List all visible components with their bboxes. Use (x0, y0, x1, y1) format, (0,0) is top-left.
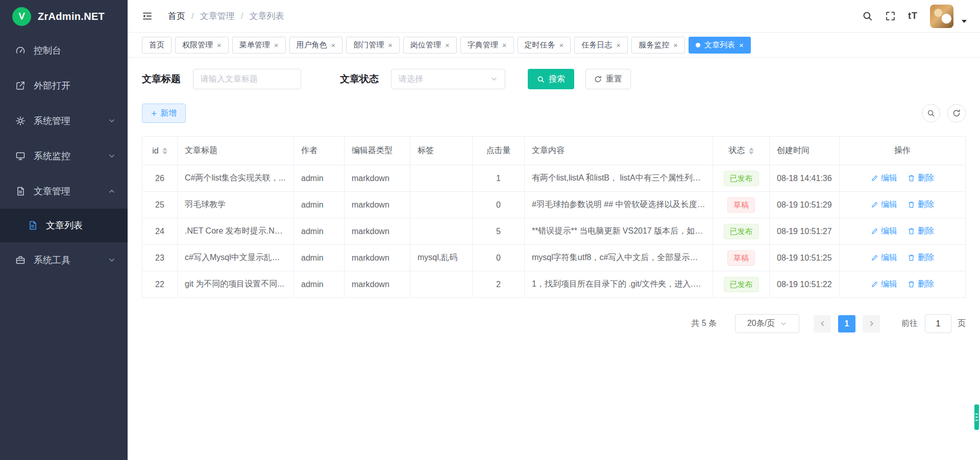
cell-author: admin (294, 165, 345, 192)
edit-button[interactable]: 编辑 (871, 279, 897, 290)
tab-post[interactable]: 岗位管理× (403, 37, 457, 54)
sidebar-item-dashboard[interactable]: 控制台 (0, 33, 128, 68)
cell-tags: mysql,乱码 (410, 245, 473, 271)
edit-button[interactable]: 编辑 (871, 199, 897, 210)
column-header[interactable]: 状态 (713, 137, 770, 165)
current-page-button[interactable]: 1 (838, 315, 855, 333)
cell-id: 24 (142, 218, 178, 245)
table-row: 25羽毛球教学adminmarkdown0#羽毛球拍参数说明 ## 中管软硬选择… (142, 192, 966, 218)
sidebar-collapse-icon[interactable] (142, 11, 153, 21)
monitor-icon (15, 151, 26, 161)
sidebar-item-system-monitor[interactable]: 系统监控 (0, 138, 128, 173)
column-header: 点击量 (473, 137, 525, 165)
sidebar-item-system-tools[interactable]: 系统工具 (0, 242, 128, 277)
edit-button[interactable]: 编辑 (871, 173, 897, 184)
sort-icon[interactable] (749, 147, 754, 155)
chevron-down-icon (491, 75, 498, 83)
font-size-icon[interactable]: tT (908, 11, 918, 21)
close-icon[interactable]: × (445, 41, 450, 49)
sidebar-item-system-management[interactable]: 系统管理 (0, 103, 128, 138)
delete-button[interactable]: 删除 (908, 173, 934, 184)
filter-bar: 文章标题 文章状态 请选择 搜索 (142, 69, 966, 89)
chevron-up-icon (108, 188, 115, 195)
cell-clicks: 0 (473, 192, 525, 218)
close-icon[interactable]: × (673, 41, 678, 49)
column-header: 标签 (410, 137, 473, 165)
close-icon[interactable]: × (388, 41, 393, 49)
tab-menu[interactable]: 菜单管理× (232, 37, 286, 54)
tab-dict[interactable]: 字典管理× (460, 37, 514, 54)
tab-task-log[interactable]: 任务日志× (574, 37, 628, 54)
tab-user-role[interactable]: 用户角色× (289, 37, 343, 54)
user-menu-caret-icon[interactable] (962, 20, 967, 23)
column-header: 操作 (840, 137, 966, 165)
refresh-table-button[interactable] (947, 104, 966, 122)
next-page-button[interactable] (863, 315, 880, 333)
chevron-down-icon (108, 152, 115, 160)
close-icon[interactable]: × (217, 41, 222, 49)
close-icon[interactable]: × (739, 41, 744, 49)
column-header[interactable]: id (142, 137, 178, 165)
cell-content: **错误提示** 当电脑更新 VS2017 版本后，如果... (525, 218, 713, 245)
sidebar-item-article-management[interactable]: 文章管理 (0, 173, 128, 209)
delete-button[interactable]: 删除 (908, 279, 934, 290)
reset-button[interactable]: 重置 (585, 69, 631, 89)
breadcrumb-item[interactable]: 首页 (168, 10, 185, 22)
sidebar-item-external-open[interactable]: 外部打开 (0, 68, 128, 103)
cell-tags (410, 192, 473, 218)
search-button[interactable]: 搜索 (528, 69, 574, 89)
page-size-select[interactable]: 20条/页 (735, 314, 799, 333)
tab-server-monitor[interactable]: 服务监控× (631, 37, 685, 54)
tab-home[interactable]: 首页 (142, 37, 172, 54)
delete-button[interactable]: 删除 (908, 199, 934, 210)
header-search-icon[interactable] (862, 11, 873, 21)
sort-icon[interactable] (162, 147, 167, 155)
sidebar-item-article-list[interactable]: 文章列表 (0, 209, 128, 242)
chevron-down-icon (780, 320, 787, 327)
delete-button[interactable]: 删除 (908, 226, 934, 237)
close-icon[interactable]: × (502, 41, 507, 49)
table-row: 26C#两个list集合实现关联，...adminmarkdown1有两个lis… (142, 165, 966, 192)
article-title-label: 文章标题 (142, 72, 181, 86)
delete-button[interactable]: 删除 (908, 252, 934, 263)
cell-created-time: 08-18 14:41:36 (770, 165, 840, 192)
fullscreen-icon[interactable] (885, 11, 896, 21)
cell-actions: 编辑删除 (840, 192, 966, 218)
status-badge: 已发布 (724, 171, 759, 186)
app-logo[interactable]: V ZrAdmin.NET (0, 0, 128, 33)
cell-id: 23 (142, 245, 178, 271)
scrollbar-thumb[interactable] (974, 404, 979, 430)
add-button[interactable]: + 新增 (142, 104, 186, 123)
tab-permission[interactable]: 权限管理× (175, 37, 229, 54)
pencil-icon (871, 174, 878, 182)
cell-title: C#两个list集合实现关联，... (178, 165, 294, 192)
column-header: 文章标题 (178, 137, 294, 165)
cell-content: 1，找到项目所在目录下的 .git/文件夹，进入.git/... (525, 271, 713, 298)
status-badge: 草稿 (727, 197, 755, 213)
article-status-select[interactable]: 请选择 (391, 69, 505, 89)
close-icon[interactable]: × (616, 41, 621, 49)
close-icon[interactable]: × (331, 41, 336, 49)
user-avatar[interactable] (930, 5, 953, 28)
cell-content: #羽毛球拍参数说明 ## 中管软硬选择以及长度介... (525, 192, 713, 218)
status-badge: 已发布 (724, 224, 759, 239)
close-icon[interactable]: × (559, 41, 564, 49)
cell-title: git 为不同的项目设置不同... (178, 271, 294, 298)
breadcrumb-item[interactable]: 文章管理 (200, 10, 235, 22)
tab-dept[interactable]: 部门管理× (346, 37, 400, 54)
article-title-input[interactable] (193, 69, 301, 89)
table-toolbar: + 新增 (142, 104, 966, 123)
edit-button[interactable]: 编辑 (871, 252, 897, 263)
active-dot-icon (696, 43, 700, 47)
tab-article-list[interactable]: 文章列表× (689, 37, 751, 54)
edit-button[interactable]: 编辑 (871, 226, 897, 237)
toggle-search-button[interactable] (922, 104, 940, 122)
cell-author: admin (294, 245, 345, 271)
close-icon[interactable]: × (274, 41, 279, 49)
tab-cron-task[interactable]: 定时任务× (518, 37, 571, 54)
trash-icon (908, 280, 915, 288)
prev-page-button[interactable] (814, 315, 831, 333)
column-header: 编辑器类型 (345, 137, 410, 165)
goto-page-input[interactable] (925, 314, 951, 333)
cell-status: 草稿 (713, 245, 770, 271)
